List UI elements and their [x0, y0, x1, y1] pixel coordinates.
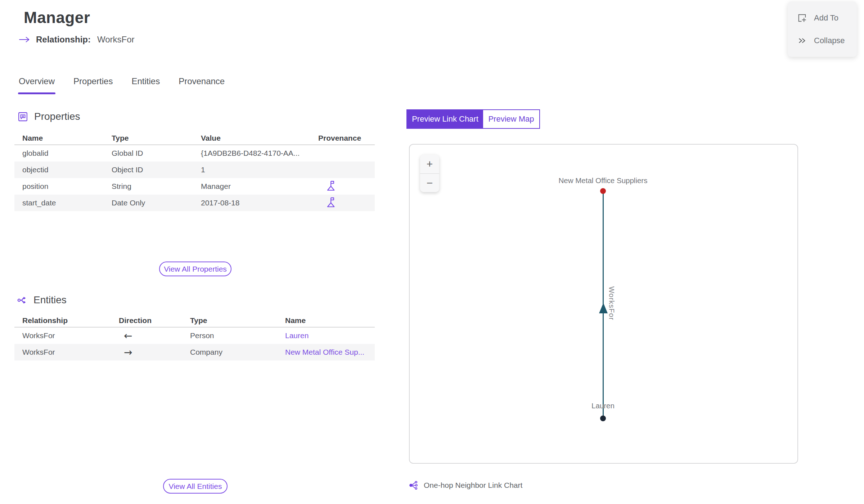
link-chart-canvas[interactable]: + − WorksFor New Metal Office Suppliers …: [409, 144, 798, 464]
provenance-flag-icon[interactable]: [325, 179, 338, 192]
tab-provenance[interactable]: Provenance: [179, 76, 225, 94]
zoom-out-button[interactable]: −: [420, 173, 439, 192]
property-name: objectid: [14, 165, 112, 174]
property-name: position: [14, 182, 112, 191]
table-row: globalid Global ID {1A9DB2B6-D482-4170-A…: [14, 145, 375, 162]
relationship-arrow-icon: [19, 36, 30, 43]
entity-relationship: WorksFor: [14, 348, 119, 357]
property-type: String: [112, 182, 201, 191]
tab-properties[interactable]: Properties: [73, 76, 113, 94]
table-row: position String Manager: [14, 178, 375, 195]
add-to-label: Add To: [814, 13, 838, 23]
view-all-properties-button[interactable]: View All Properties: [159, 262, 231, 276]
chart-caption-text: One-hop Neighbor Link Chart: [424, 481, 522, 490]
col-header-type: Type: [112, 134, 201, 142]
entities-section-header: Entities: [17, 294, 67, 306]
entity-type: Company: [190, 348, 285, 357]
one-hop-network-icon: [408, 480, 419, 491]
tab-entities[interactable]: Entities: [131, 76, 160, 94]
node-label: Lauren: [591, 401, 615, 410]
properties-section-title: Properties: [34, 111, 80, 122]
provenance-flag-icon[interactable]: [325, 195, 338, 209]
entities-table: Relationship Direction Type Name WorksFo…: [14, 314, 375, 360]
table-row: WorksFor → Company New Metal Office Sup.…: [14, 344, 375, 360]
entities-graph-icon: [17, 295, 28, 306]
property-type: Global ID: [112, 149, 201, 158]
col-header-relationship: Relationship: [14, 316, 119, 325]
page-title: Manager: [24, 9, 90, 27]
entity-name-link[interactable]: New Metal Office Sup...: [285, 348, 364, 356]
entity-type: Person: [190, 331, 285, 340]
detail-tabs: Overview Properties Entities Provenance: [19, 76, 225, 94]
direction-arrow-right-icon: →: [119, 346, 190, 358]
table-row: WorksFor ← Person Lauren: [14, 327, 375, 344]
edge-arrowhead-icon: [599, 303, 608, 313]
preview-link-chart-button[interactable]: Preview Link Chart: [407, 110, 483, 128]
add-to-button[interactable]: Add To: [788, 13, 857, 23]
entities-section-title: Entities: [33, 294, 67, 306]
properties-table: Name Type Value Provenance globalid Glob…: [14, 131, 375, 211]
node-company[interactable]: [600, 188, 606, 194]
col-header-direction: Direction: [119, 316, 190, 325]
node-person[interactable]: [600, 416, 606, 421]
relationship-value: WorksFor: [97, 35, 135, 45]
preview-map-button[interactable]: Preview Map: [483, 110, 539, 128]
property-value: 1: [201, 165, 318, 174]
node-label: New Metal Office Suppliers: [559, 176, 648, 185]
properties-section-header: Properties: [17, 111, 80, 122]
collapse-button[interactable]: Collapse: [788, 36, 857, 46]
table-row: start_date Date Only 2017-08-18: [14, 195, 375, 211]
chart-caption: One-hop Neighbor Link Chart: [408, 480, 522, 491]
relationship-detail-page: Manager Relationship: WorksFor Overview …: [0, 0, 864, 504]
add-to-icon: [797, 13, 807, 23]
property-name: start_date: [14, 199, 112, 207]
view-all-entities-button[interactable]: View All Entities: [163, 479, 228, 494]
property-provenance: [318, 179, 375, 194]
property-value: Manager: [201, 182, 318, 191]
double-chevron-right-icon: [797, 36, 807, 46]
property-name: globalid: [14, 149, 112, 158]
relationship-label: Relationship:: [36, 35, 91, 45]
entities-table-header: Relationship Direction Type Name: [14, 314, 375, 327]
col-header-value: Value: [201, 134, 318, 142]
entity-relationship: WorksFor: [14, 331, 119, 340]
col-header-name: Name: [285, 316, 375, 325]
properties-form-icon: [17, 111, 28, 122]
entity-name-link[interactable]: Lauren: [285, 331, 309, 340]
property-value: {1A9DB2B6-D482-4170-AA...: [201, 149, 318, 158]
tab-overview[interactable]: Overview: [19, 76, 55, 94]
property-value: 2017-08-18: [201, 199, 318, 207]
direction-arrow-left-icon: ←: [119, 330, 190, 342]
property-provenance: [318, 195, 375, 211]
col-header-type: Type: [190, 316, 285, 325]
property-type: Object ID: [112, 165, 201, 174]
table-row: objectid Object ID 1: [14, 162, 375, 178]
col-header-provenance: Provenance: [318, 134, 375, 142]
properties-table-header: Name Type Value Provenance: [14, 131, 375, 145]
actions-panel: Add To Collapse: [788, 1, 857, 57]
col-header-name: Name: [14, 134, 112, 142]
edge-label: WorksFor: [607, 286, 616, 320]
zoom-control: + −: [420, 155, 439, 192]
relationship-subtitle: Relationship: WorksFor: [19, 35, 135, 45]
preview-toggle: Preview Link Chart Preview Map: [406, 109, 540, 129]
zoom-in-button[interactable]: +: [420, 155, 439, 173]
collapse-label: Collapse: [814, 36, 845, 45]
property-type: Date Only: [112, 199, 201, 207]
